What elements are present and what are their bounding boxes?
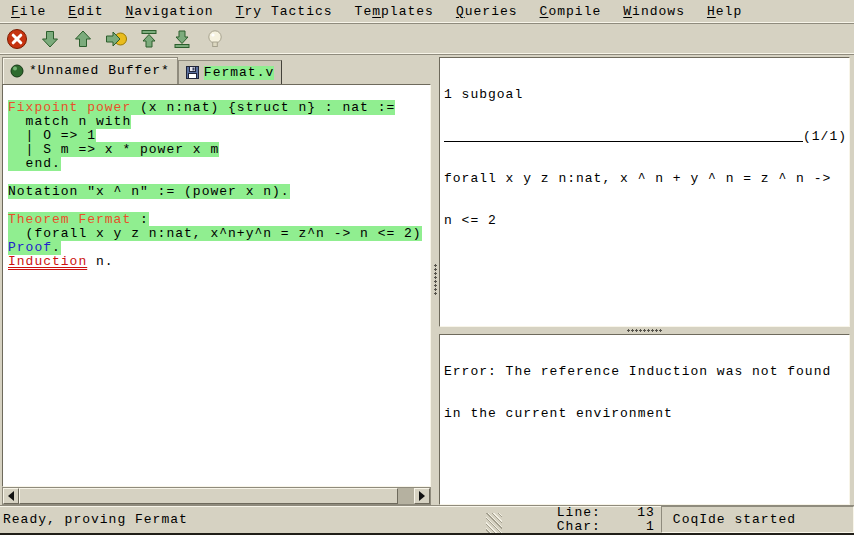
code-segment: | S m => x * power x m	[8, 142, 219, 157]
grip-dots-icon	[434, 264, 437, 296]
left-arrow-icon	[8, 491, 14, 501]
code-segment: Theorem Fermat	[8, 212, 131, 227]
code-area: Fixpoint power (x n:nat) {struct n} : na…	[8, 87, 430, 269]
code-editor[interactable]: Fixpoint power (x n:nat) {struct n} : na…	[2, 84, 431, 487]
code-line[interactable]: | O => 1	[8, 129, 430, 143]
pane-divider-horizontal[interactable]	[439, 327, 850, 334]
menu-windows[interactable]: Windows	[612, 2, 696, 22]
app-status: CoqIde started	[661, 506, 854, 533]
code-line[interactable]: Proof.	[8, 241, 430, 255]
lightbulb-icon	[204, 28, 226, 50]
tab-unnamed-buffer[interactable]: *Unnamed Buffer*	[2, 57, 178, 84]
goal-separator: (1/1)	[444, 130, 847, 144]
right-arrow-icon	[419, 491, 425, 501]
goals-pane[interactable]: 1 subgoal (1/1) forall x y z n:nat, x ^ …	[439, 57, 850, 327]
grip-dots-icon	[627, 329, 663, 332]
forward-down-arrow-icon	[39, 28, 61, 50]
green-sphere-icon	[10, 64, 24, 78]
code-line[interactable]: Fixpoint power (x n:nat) {struct n} : na…	[8, 101, 430, 115]
char-value: 1	[601, 520, 655, 534]
code-line[interactable]: end.	[8, 157, 430, 171]
menu-navigation[interactable]: Navigation	[115, 2, 225, 22]
menu-file[interactable]: File	[0, 2, 57, 22]
line-label: Line:	[557, 505, 601, 520]
coqide-window: FileEditNavigationTry TacticsTemplatesQu…	[0, 0, 854, 535]
tab-label: Fermat.v	[204, 66, 274, 80]
app-status-text: CoqIde started	[673, 513, 796, 527]
code-line[interactable]	[8, 199, 430, 213]
menu-try-tactics[interactable]: Try Tactics	[225, 2, 344, 22]
toolbar	[0, 24, 854, 55]
error-message-line: in the current environment	[444, 407, 847, 421]
code-segment: match n with	[8, 114, 131, 129]
code-segment: end.	[8, 156, 61, 171]
go-to-end-icon	[171, 28, 193, 50]
char-label: Char:	[557, 519, 601, 534]
menu-queries[interactable]: Queries	[445, 2, 529, 22]
menu-bar: FileEditNavigationTry TacticsTemplatesQu…	[0, 0, 854, 24]
scrollbar-thumb[interactable]	[19, 488, 398, 504]
floppy-disk-icon	[186, 66, 199, 79]
go-to-start-icon	[138, 28, 160, 50]
restart-button[interactable]	[137, 27, 161, 51]
status-message: Ready, proving Fermat	[0, 513, 486, 527]
scroll-right-button[interactable]	[414, 488, 430, 504]
cursor-position: Line:13 Char:1	[502, 492, 655, 535]
code-segment: Notation "x ^ n" := (power x n).	[8, 184, 290, 199]
menu-help[interactable]: Help	[696, 2, 753, 22]
editor-column: *Unnamed Buffer* Fermat.v Fixpoint power…	[0, 55, 431, 505]
status-bar: Ready, proving Fermat Line:13 Char:1 Coq…	[0, 505, 854, 533]
goal-separator-line	[444, 141, 803, 142]
code-line[interactable]: Theorem Fermat :	[8, 213, 430, 227]
code-line[interactable]	[8, 87, 430, 101]
code-segment: n.	[87, 254, 113, 269]
goal-text-line: n <= 2	[444, 214, 847, 228]
go-to-end-button[interactable]	[170, 27, 194, 51]
code-line[interactable]	[8, 171, 430, 185]
proof-column: 1 subgoal (1/1) forall x y z n:nat, x ^ …	[439, 55, 854, 505]
goal-counter: (1/1)	[803, 130, 847, 144]
menu-compile[interactable]: Compile	[529, 2, 613, 22]
stop-button[interactable]	[5, 27, 29, 51]
hint-button[interactable]	[203, 27, 227, 51]
tab-fermat-v[interactable]: Fermat.v	[178, 60, 282, 84]
menu-templates[interactable]: Templates	[344, 2, 445, 22]
forward-one-step-button[interactable]	[38, 27, 62, 51]
line-value: 13	[601, 506, 655, 520]
code-segment: Fixpoint power	[8, 100, 131, 115]
go-to-cursor-button[interactable]	[104, 27, 128, 51]
scroll-left-button[interactable]	[3, 488, 19, 504]
goal-text-line: forall x y z n:nat, x ^ n + y ^ n = z ^ …	[444, 172, 847, 186]
code-line[interactable]: Notation "x ^ n" := (power x n).	[8, 185, 430, 199]
code-segment: :	[131, 212, 149, 227]
code-segment: (forall x y z n:nat, x^n+y^n = z^n -> n …	[8, 226, 422, 241]
code-line[interactable]: (forall x y z n:nat, x^n+y^n = z^n -> n …	[8, 227, 430, 241]
go-to-cursor-icon	[104, 28, 128, 50]
code-segment: (x n:nat) {struct n} : nat :=	[131, 100, 395, 115]
horizontal-scrollbar[interactable]	[2, 487, 431, 505]
code-line[interactable]: | S m => x * power x m	[8, 143, 430, 157]
menu-edit[interactable]: Edit	[57, 2, 114, 22]
code-segment: | O => 1	[8, 128, 96, 143]
backward-one-step-button[interactable]	[71, 27, 95, 51]
code-line[interactable]: match n with	[8, 115, 430, 129]
tab-label: *Unnamed Buffer*	[29, 64, 170, 78]
code-segment: Proof	[8, 240, 52, 255]
messages-pane[interactable]: Error: The reference Induction was not f…	[439, 334, 850, 505]
scrollbar-trough[interactable]	[398, 488, 414, 504]
stop-icon	[6, 28, 28, 50]
error-message-line: Error: The reference Induction was not f…	[444, 365, 847, 379]
resize-grip-icon[interactable]	[486, 513, 502, 533]
pane-divider-vertical[interactable]	[431, 55, 439, 505]
code-segment: Induction	[8, 254, 87, 269]
code-segment: .	[52, 240, 61, 255]
subgoal-count: 1 subgoal	[444, 88, 847, 102]
tab-bar: *Unnamed Buffer* Fermat.v	[0, 55, 431, 84]
code-line[interactable]: Induction n.	[8, 255, 430, 269]
backward-up-arrow-icon	[72, 28, 94, 50]
main-area: *Unnamed Buffer* Fermat.v Fixpoint power…	[0, 55, 854, 505]
